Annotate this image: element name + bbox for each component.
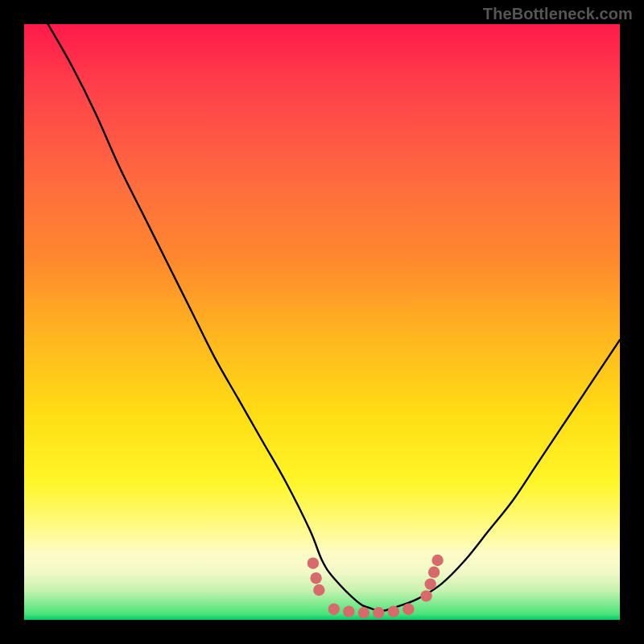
curve-marker bbox=[388, 605, 399, 617]
curve-marker bbox=[428, 567, 440, 578]
curve-marker bbox=[373, 607, 384, 618]
curve-marker bbox=[343, 605, 354, 617]
curve-marker bbox=[313, 584, 324, 596]
curve-marker bbox=[308, 558, 319, 569]
curve-marker bbox=[420, 590, 431, 601]
curve-markers bbox=[308, 555, 444, 619]
curve-marker bbox=[358, 607, 369, 618]
curve-marker bbox=[310, 572, 321, 584]
chart-frame: TheBottleneck.com bbox=[0, 0, 644, 644]
curve-marker bbox=[431, 555, 443, 566]
chart-svg bbox=[24, 24, 620, 620]
plot-area bbox=[24, 24, 620, 620]
curve-marker bbox=[328, 603, 340, 614]
bottleneck-curve bbox=[48, 24, 620, 611]
curve-marker bbox=[424, 578, 436, 589]
watermark-text: TheBottleneck.com bbox=[483, 5, 633, 23]
curve-marker bbox=[402, 603, 414, 614]
